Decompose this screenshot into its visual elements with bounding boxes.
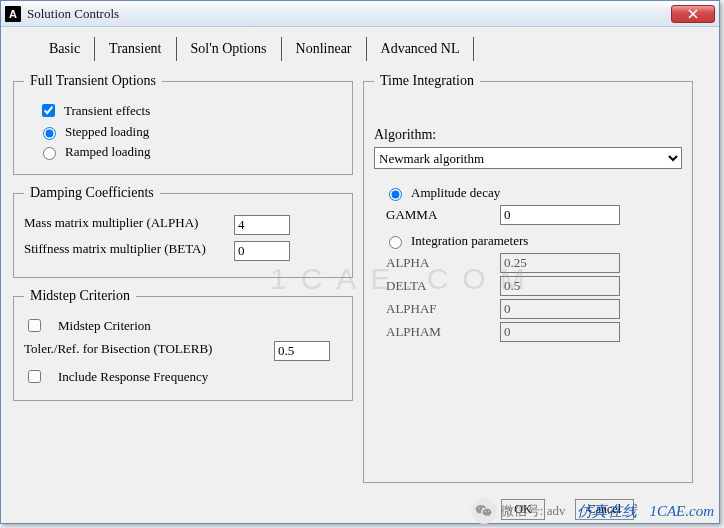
alpha-input[interactable] [234,215,290,235]
alpham-label: ALPHAM [386,324,450,340]
tab-soln-options[interactable]: Sol'n Options [177,37,282,61]
alpha-ti-label: ALPHA [386,255,450,271]
damping-legend: Damping Coefficients [24,185,160,201]
window-title: Solution Controls [27,6,671,22]
include-resp-freq-label: Include Response Frequency [58,369,208,385]
algorithm-label: Algorithm: [374,127,682,143]
time-integration-group: Time Integration Algorithm: Newmark algo… [363,73,693,483]
transient-effects-label: Transient effects [64,103,150,119]
tab-basic[interactable]: Basic [35,37,95,61]
algorithm-select[interactable]: Newmark algorithm [374,147,682,169]
tolerb-label: Toler./Ref. for Bisection (TOLERB) [24,341,234,357]
midstep-criterion-checkbox[interactable] [28,319,41,332]
gamma-label: GAMMA [386,207,450,223]
solution-controls-window: A Solution Controls Basic Transient Sol'… [0,0,720,524]
damping-group: Damping Coefficients Mass matrix multipl… [13,185,353,278]
beta-label: Stiffness matrix multiplier (BETA) [24,241,234,257]
tolerb-input[interactable] [274,341,330,361]
ramped-loading-label: Ramped loading [65,144,151,160]
midstep-criterion-label: Midstep Criterion [58,318,151,334]
stepped-loading-label: Stepped loading [65,124,149,140]
gamma-input[interactable] [500,205,620,225]
amplitude-decay-label: Amplitude decay [411,185,500,201]
ok-button[interactable]: OK [501,499,544,520]
include-resp-freq-checkbox[interactable] [28,370,41,383]
ramped-loading-radio[interactable] [43,147,56,160]
delta-label: DELTA [386,278,450,294]
tab-transient[interactable]: Transient [95,37,176,61]
delta-input [500,276,620,296]
titlebar: A Solution Controls [1,1,719,27]
full-transient-group: Full Transient Options Transient effects… [13,73,353,175]
tab-nonlinear[interactable]: Nonlinear [282,37,367,61]
tab-advanced-nl[interactable]: Advanced NL [367,37,475,61]
alpha-label: Mass matrix multiplier (ALPHA) [24,215,234,231]
beta-input[interactable] [234,241,290,261]
amplitude-decay-radio[interactable] [389,188,402,201]
alphaf-label: ALPHAF [386,301,450,317]
integration-params-label: Integration parameters [411,233,528,249]
midstep-legend: Midstep Criterion [24,288,136,304]
full-transient-legend: Full Transient Options [24,73,162,89]
cancel-button[interactable]: Cancel [575,499,634,520]
tab-bar: Basic Transient Sol'n Options Nonlinear … [35,37,707,61]
app-icon: A [5,6,21,22]
stepped-loading-radio[interactable] [43,127,56,140]
alpham-input [500,322,620,342]
close-icon [688,9,698,19]
alphaf-input [500,299,620,319]
midstep-group: Midstep Criterion Midstep Criterion Tole… [13,288,353,401]
close-button[interactable] [671,5,715,23]
transient-effects-checkbox[interactable] [42,104,55,117]
alpha-ti-input [500,253,620,273]
time-integration-legend: Time Integration [374,73,480,89]
integration-params-radio[interactable] [389,236,402,249]
